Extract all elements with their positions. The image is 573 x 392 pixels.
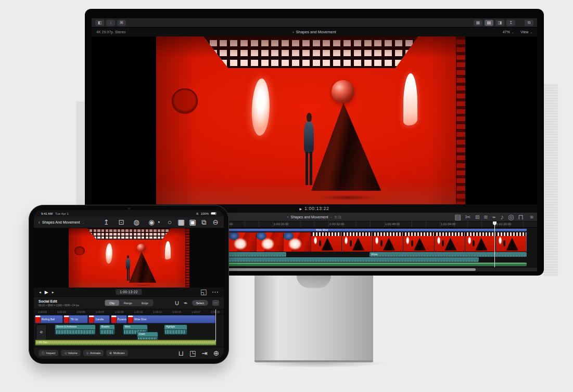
skimming-icon[interactable]: ⌁ [492,213,496,221]
audio-skimming-icon[interactable]: ♪ [500,213,504,221]
timeline-options-icon[interactable]: ⊞ [530,215,533,219]
desk-scene: ◧↓⌘ ▦▤◨↥ ⧉ 4K 29.97p, Stereo ▪ Shapes an… [0,0,573,392]
black-pyramid [311,103,381,191]
mode-button[interactable]: Edge [137,300,153,306]
animate-button[interactable]: ◇ Animate [83,350,104,356]
ruler-label: 1:00:03 [57,310,66,313]
snapping-icon[interactable]: ⊓ [518,213,524,221]
mode-button[interactable]: Clip [105,300,119,306]
record-icon[interactable]: ◉ [148,219,155,225]
ipad-edit-toolbar: ⓘ Inspect ◁ Volume ◇ Animate ⊞ Multicam … [34,347,224,359]
play-icon[interactable]: ▶ [45,290,48,295]
playhead[interactable] [494,221,495,267]
more-icon[interactable]: ⋯ [212,288,219,296]
reflection-strip-right [543,83,558,276]
browser-view-icon[interactable]: ▦ [474,20,482,26]
mode-button[interactable]: Range [119,300,137,306]
fcp-toolbar: ◧↓⌘ ▦▤◨↥ ⧉ [92,18,537,28]
snapping-icon[interactable]: ∪ [174,299,180,307]
index-icon[interactable]: ▤ [454,213,461,221]
ipad-timeline-ruler[interactable]: 1:00:011:00:031:00:051:00:071:00:091:00:… [34,309,224,315]
back-chevron-icon[interactable]: ‹ [39,220,40,225]
window-layout-icon[interactable]: ⧉ [525,20,533,26]
viewer-zoom-menu[interactable]: 47% ⌄ [503,30,514,34]
video-thumbnail[interactable] [403,232,434,252]
primary-storyline: Rolling Ball Tilt Up Candle Pyramid Wide… [35,315,222,323]
video-thumbnail[interactable] [257,232,284,252]
ipad-toolbar: ‹ Shapes And Movement ⌄ ↥⊡◍◉ ◔○▦▣⧉⊖ [34,217,224,228]
sidebar-toggle-icon[interactable]: ◧ [95,20,104,26]
audio-clip[interactable]: Wide [370,252,527,257]
video-thumbnail[interactable] [284,232,311,252]
media-browser-icon[interactable]: ▣ [189,219,196,225]
select-button[interactable]: Select [192,300,208,306]
insert-icon[interactable]: ⇥ [202,349,208,357]
audio-clip[interactable]: Breaths [99,324,116,335]
play-icon[interactable]: ▶ [299,207,302,211]
progress-circle-icon[interactable]: ○ [166,219,173,225]
clip-appearance-icon[interactable]: ≡ [483,213,488,221]
import-icon[interactable]: ↥ [103,219,110,225]
list-view-icon[interactable]: ▤ [485,20,493,26]
ruler-label: 1:00:15 [172,310,181,313]
timeline-project-title: Social Edit [39,299,79,303]
video-thumbnail[interactable] [435,232,465,252]
audio-clip[interactable]: Drums & Ambience [55,324,96,335]
effects-browser-icon[interactable]: ⧉ [200,219,208,225]
playhead[interactable] [215,309,216,342]
battery-icon [211,212,217,215]
zoom-out-icon[interactable]: ⊖ [212,219,219,225]
timeline-clip[interactable]: Tilt Up [63,315,88,323]
append-icon[interactable]: ⊕ [213,349,219,357]
video-thumbnail[interactable] [496,232,527,252]
floating-sphere [332,80,354,103]
viewer-view-menu[interactable]: View ⌄ [520,30,532,34]
timeline-clip[interactable]: Candle [88,315,110,323]
audio-clip[interactable]: Highlight [164,324,187,335]
timeline-project-title[interactable]: Shapes and Movement [290,215,328,219]
ruler-label: 1:00:13 [153,310,162,313]
timeline-clip[interactable]: Wide Shot [128,315,215,323]
camera-icon[interactable]: ⊡ [118,219,125,225]
ipad: 9:41 AM Tue Apr 1 ≋ 100% ‹ Shapes And Mo… [29,205,229,364]
back-chevron-icon[interactable]: ‹ [287,215,289,219]
share-icon[interactable]: ↥ [506,20,515,26]
ipad-timeline-header: Social Edit 00:21 • 3840 × 2160 • SDR • … [34,297,224,309]
more-icon[interactable]: ⋯ [212,300,219,306]
clip-thumbnail [89,316,94,323]
video-thumbnail[interactable] [465,232,496,252]
import-media-icon[interactable]: ↓ [106,20,115,26]
music-track[interactable]: ♪ Hit Tap [35,339,217,346]
keyword-editor-icon[interactable]: ⌘ [117,20,126,26]
man-silhouette [303,113,315,185]
previous-frame-icon[interactable]: ◀ [39,291,41,294]
video-thumbnail[interactable] [311,232,342,252]
solo-icon[interactable]: ◎ [508,213,514,221]
tools-icon[interactable]: ✂ [465,213,471,221]
viewer-options-icon[interactable]: ▦ [177,219,185,225]
video-thumbnail[interactable] [342,232,373,252]
chevron-down-icon: ⌄ [530,31,532,34]
delete-icon[interactable]: ⊔ [179,349,184,357]
timeline-clip[interactable]: Pyramid [111,315,127,323]
project-menu[interactable]: ‹ Shapes And Movement ⌄ [39,220,84,225]
next-frame-icon[interactable]: ▶ [52,291,54,294]
porthole-window [172,88,198,113]
clip-thumbnail [35,316,41,323]
inspect-button[interactable]: ⓘ Inspect [39,350,58,356]
picture-in-picture-icon[interactable]: ◳ [189,349,196,357]
trim-icon[interactable]: ⧈ [475,213,479,221]
viewer-info-bar: 4K 29.97p, Stereo ▪ Shapes and Movement … [92,28,537,36]
status-bar: 9:41 AM Tue Apr 1 ≋ 100% [34,210,224,217]
microphone-icon[interactable]: ◍ [133,219,140,225]
capture-icons: ↥⊡◍◉ [103,219,155,225]
video-thumbnail[interactable] [373,232,403,252]
render-status-icon[interactable]: ◔ [155,219,162,225]
fit-to-window-icon[interactable]: ◱ [200,288,207,296]
volume-button[interactable]: ◁ Volume [61,350,81,356]
skimming-icon[interactable]: ⌁ [184,299,188,307]
ruler-label: 1:00:16:00 [274,223,288,226]
timeline-clip[interactable]: Rolling Ball [35,315,63,323]
multicam-button[interactable]: ⊞ Multicam [106,350,128,356]
inspector-icon[interactable]: ◨ [495,20,504,26]
